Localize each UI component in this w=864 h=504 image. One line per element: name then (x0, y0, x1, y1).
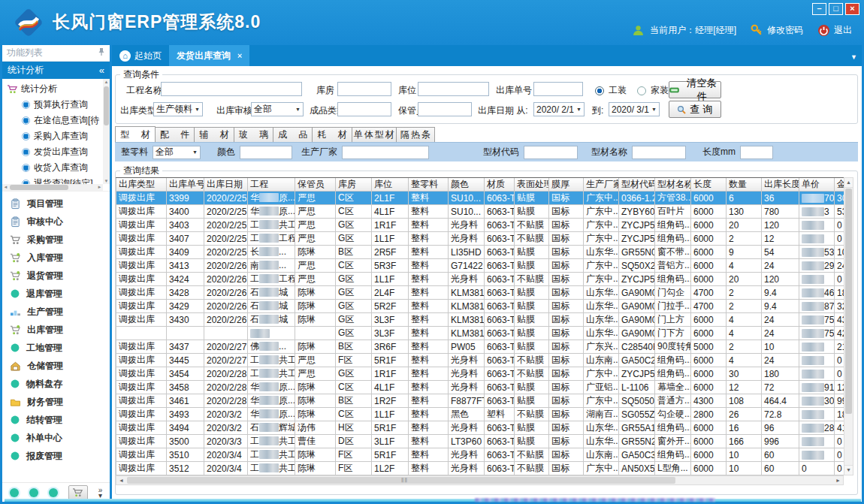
table-cell[interactable]: LT3P60 (449, 435, 485, 448)
jiazhuang-radio[interactable] (637, 86, 646, 95)
table-cell[interactable]: 光身料 (449, 462, 485, 475)
table-cell[interactable]: 2020/2/28 (204, 394, 248, 408)
column-header-保管员[interactable]: 保管员 (295, 178, 336, 192)
date-to-picker[interactable]: 2020/ 3/16▼ (609, 102, 660, 116)
scroll-up-icon[interactable]: ▲ (844, 178, 853, 188)
table-cell[interactable]: 872 (799, 300, 835, 313)
table-cell[interactable]: 180 (762, 367, 799, 381)
table-cell[interactable]: G区 (336, 313, 372, 327)
table-cell[interactable]: G区 (336, 367, 372, 381)
table-row[interactable]: 调拨出库34282020/2/26石城陈琳G区2L4F整料KLM38176063… (116, 286, 844, 300)
table-cell[interactable]: 门下方 (655, 327, 691, 340)
table-cell[interactable] (799, 273, 835, 286)
table-cell[interactable]: 贴膜 (515, 300, 549, 313)
table-cell[interactable]: 贴膜 (515, 327, 549, 340)
column-header-单价[interactable]: 单价 (799, 178, 835, 192)
table-cell[interactable]: 75 (799, 313, 835, 327)
table-cell[interactable]: 4L1F (372, 205, 409, 219)
table-cell[interactable]: 广东中... (584, 192, 619, 205)
table-cell[interactable]: 6063-T5 (485, 219, 515, 232)
table-cell[interactable]: 光身料 (449, 219, 485, 232)
table-cell[interactable]: 4700 (691, 300, 727, 313)
table-cell[interactable]: 1R2F (372, 394, 409, 408)
cart-module-button[interactable] (68, 485, 88, 500)
material-tab-型材[interactable]: 型 材 (115, 126, 156, 142)
table-cell[interactable]: 5R2F (372, 300, 409, 313)
table-cell[interactable]: 6063-T5 (485, 435, 515, 448)
table-cell[interactable]: 调拨出库 (116, 259, 167, 273)
table-cell[interactable]: 3437 (167, 340, 204, 354)
table-cell[interactable]: ZYCJP5... (619, 232, 655, 246)
table-cell[interactable]: 6063-T5 (485, 340, 515, 354)
table-cell[interactable]: 广亚铝... (584, 381, 619, 394)
sidebar-item-退库管理[interactable]: 退库管理 (2, 285, 110, 303)
overflow-button[interactable]: »▾ (98, 487, 103, 498)
column-header-型材代码[interactable]: 型材代码 (619, 178, 655, 192)
tree-horizontal-scrollbar[interactable]: ◄ ► (2, 184, 103, 191)
table-cell[interactable]: PW05 (449, 340, 485, 354)
table-cell[interactable]: 2020/2/26 (204, 259, 248, 273)
column-header-出库单号[interactable]: 出库单号 (167, 178, 204, 192)
table-cell[interactable]: B区 (336, 340, 372, 354)
table-cell[interactable]: 调拨出库 (116, 286, 167, 300)
table-cell[interactable]: 2972 (799, 259, 835, 273)
table-cell[interactable]: 3458 (167, 381, 204, 394)
table-cell[interactable] (248, 327, 295, 340)
table-cell[interactable]: 严思 (295, 205, 336, 219)
table-cell[interactable]: 3L1F (372, 435, 409, 448)
table-cell[interactable]: 6063-T5 (485, 205, 515, 219)
table-cell[interactable]: 6063-T5 (485, 300, 515, 313)
table-cell[interactable]: 调拨出库 (116, 462, 167, 475)
table-cell[interactable]: C区 (336, 259, 372, 273)
table-cell[interactable]: SU10... (449, 192, 485, 205)
table-cell[interactable]: 光身料 (449, 232, 485, 246)
sidebar-item-补单中心[interactable]: 补单中心 (2, 429, 110, 447)
table-cell[interactable]: KLM3817 (449, 327, 485, 340)
table-cell[interactable]: 门上方 (655, 313, 691, 327)
table-cell[interactable]: 陈琳 (295, 286, 336, 300)
table-cell[interactable]: 华原... (248, 394, 295, 408)
table-cell[interactable]: 广东中... (584, 205, 619, 219)
table-cell[interactable]: 整料 (409, 232, 449, 246)
table-cell[interactable]: 山东华... (584, 246, 619, 259)
scroll-up-icon[interactable]: ▲ (103, 80, 110, 84)
manufacturer-input[interactable] (342, 146, 429, 159)
table-cell[interactable]: 3399 (167, 192, 204, 205)
table-cell[interactable] (799, 232, 835, 246)
table-cell[interactable]: 陈琳 (295, 408, 336, 421)
table-cell[interactable]: 998 (835, 394, 844, 408)
table-cell[interactable]: 整料 (409, 354, 449, 367)
table-cell[interactable] (167, 327, 204, 340)
sidebar-item-工地管理[interactable]: 工地管理 (2, 339, 110, 357)
table-cell[interactable]: ZYCJP5... (619, 219, 655, 232)
table-cell[interactable]: 贴膜 (515, 394, 549, 408)
table-cell[interactable]: 6000 (691, 327, 727, 340)
table-cell[interactable]: SQ50X2... (619, 259, 655, 273)
table-cell[interactable]: 2020/3/4 (204, 462, 248, 475)
table-cell[interactable]: 0 (835, 462, 844, 475)
table-cell[interactable]: 整料 (409, 286, 449, 300)
table-row[interactable]: 调拨出库34612020/2/28华原...陈琳B区1R2F整料F8877FT6… (116, 394, 844, 408)
table-cell[interactable]: AN50X50X2 (619, 462, 655, 475)
table-cell[interactable]: 工共工程 (248, 448, 295, 462)
table-cell[interactable]: 6000 (691, 259, 727, 273)
table-cell[interactable]: 严思 (295, 219, 336, 232)
table-cell[interactable]: 国标 (549, 381, 584, 394)
table-cell[interactable]: 2 (727, 232, 762, 246)
table-cell[interactable]: 6063-T5 (485, 367, 515, 381)
table-cell[interactable]: 调拨出库 (116, 408, 167, 421)
table-cell[interactable]: 2020/3/2 (204, 421, 248, 435)
sidebar-item-仓储管理[interactable]: 仓储管理 (2, 357, 110, 375)
column-header-出库长度[interactable]: 出库长度 (762, 178, 799, 192)
column-header-库房[interactable]: 库房 (336, 178, 372, 192)
close-tab-icon[interactable]: × (237, 51, 242, 60)
table-cell[interactable]: 3L3F (372, 327, 409, 340)
table-cell[interactable]: 国标 (549, 273, 584, 286)
sidebar-item-报废管理[interactable]: 报废管理 (2, 447, 110, 465)
table-cell[interactable]: 整料 (409, 448, 449, 462)
table-cell[interactable]: 423 (835, 327, 844, 340)
table-cell[interactable]: 国标 (549, 232, 584, 246)
table-cell[interactable]: 2020/2/25 (204, 219, 248, 232)
table-cell[interactable]: 山东华... (584, 435, 619, 448)
table-cell[interactable]: 708 (799, 192, 835, 205)
